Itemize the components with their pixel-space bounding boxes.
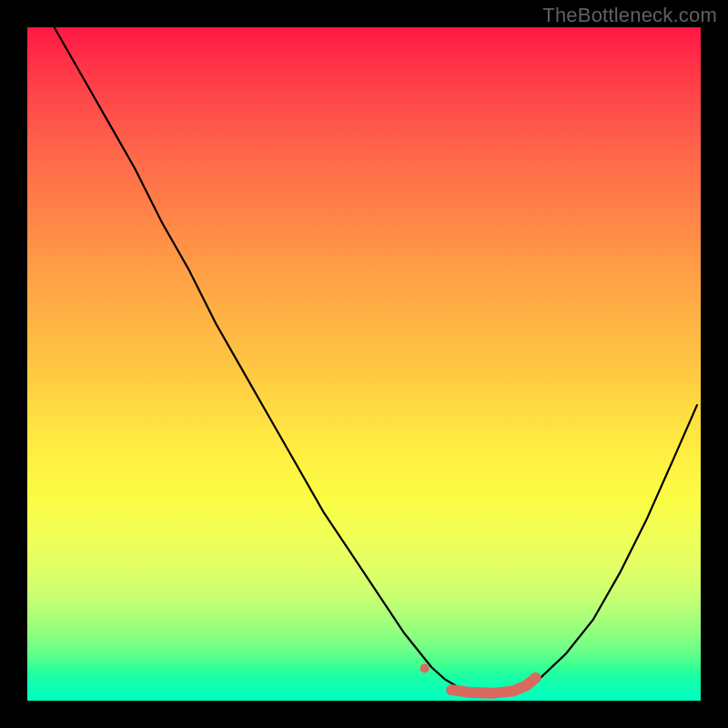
highlight-segment bbox=[420, 663, 536, 693]
chart-svg bbox=[27, 27, 701, 701]
plot-area bbox=[27, 27, 701, 701]
main-curve bbox=[55, 27, 698, 695]
svg-point-0 bbox=[420, 663, 430, 672]
watermark-text: TheBottleneck.com bbox=[542, 4, 717, 27]
chart-container: TheBottleneck.com bbox=[0, 0, 728, 728]
